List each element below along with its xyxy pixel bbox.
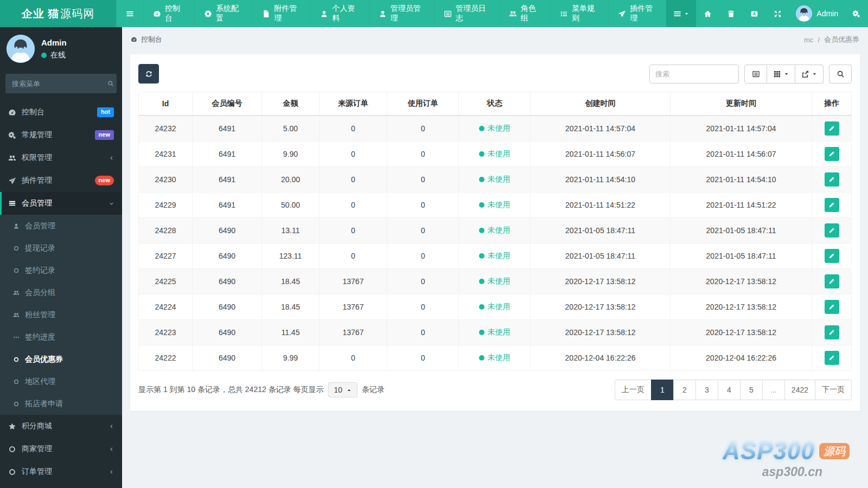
column-header-id[interactable]: Id xyxy=(139,92,193,116)
search-toggle-button[interactable] xyxy=(829,65,852,84)
table-footer: 显示第 1 到第 10 条记录，总共 24212 条记录 每页显示 10 条记录… xyxy=(138,380,852,400)
table-row[interactable]: 24223 6490 11.45 13767 0 未使用 2020-12-17 … xyxy=(139,320,852,345)
nav-item-admin-manage[interactable]: 管理员管理 xyxy=(369,0,434,27)
table-row[interactable]: 24228 6490 13.11 0 0 未使用 2021-01-05 18:4… xyxy=(139,218,852,243)
table-row[interactable]: 24222 6490 9.99 0 0 未使用 2020-12-04 16:22… xyxy=(139,345,852,371)
edit-button[interactable] xyxy=(825,147,839,161)
sidebar-item-label: 订单管理 xyxy=(22,467,104,477)
sidebar-item-auth[interactable]: 权限管理 xyxy=(0,146,122,169)
edit-button[interactable] xyxy=(825,300,839,314)
edit-button[interactable] xyxy=(825,249,839,263)
sidebar-item-merchant-manage[interactable]: 商家管理 xyxy=(0,438,122,460)
submenu-item-member-manage[interactable]: 会员管理 xyxy=(0,215,122,237)
table-row[interactable]: 24227 6490 123.11 0 0 未使用 2021-01-05 18:… xyxy=(139,243,852,269)
submenu-item-fans-manage[interactable]: 粉丝管理 xyxy=(0,304,122,326)
edit-button[interactable] xyxy=(825,172,839,187)
table-row[interactable]: 24225 6490 18.45 13767 0 未使用 2020-12-17 … xyxy=(139,269,852,294)
refresh-button[interactable] xyxy=(138,64,159,84)
page-size-select[interactable]: 10 xyxy=(328,382,358,397)
column-header-created[interactable]: 创建时间 xyxy=(531,92,671,116)
detail-view-button[interactable] xyxy=(744,65,767,84)
edit-button[interactable] xyxy=(825,351,839,365)
search-icon[interactable] xyxy=(107,80,114,87)
page-next-button[interactable]: 下一页 xyxy=(815,380,852,400)
sidebar-toggle-button[interactable] xyxy=(116,0,143,27)
export-button[interactable] xyxy=(795,65,824,84)
nav-menu-dropdown[interactable] xyxy=(666,0,696,27)
cell-member-no: 6491 xyxy=(193,142,262,167)
clear-cache-button[interactable] xyxy=(719,0,743,27)
nav-item-admin-log[interactable]: 管理员日志 xyxy=(434,0,499,27)
nav-item-system-config[interactable]: 系统配置 xyxy=(194,0,252,27)
ellipsis-icon xyxy=(13,334,20,341)
table-row[interactable]: 24231 6491 9.90 0 0 未使用 2021-01-11 14:56… xyxy=(139,142,852,167)
nav-item-role-group[interactable]: 角色组 xyxy=(499,0,550,27)
cell-source-order: 13767 xyxy=(319,294,387,320)
column-header-updated[interactable]: 更新时间 xyxy=(670,92,812,116)
pencil-icon xyxy=(828,329,835,336)
status-dot xyxy=(479,304,484,310)
page-button-3[interactable]: 3 xyxy=(695,380,718,400)
breadcrumb-home[interactable]: 控制台 xyxy=(141,35,162,44)
nav-item-menu-rules[interactable]: 菜单规则 xyxy=(550,0,608,27)
nav-item-profile[interactable]: 个人资料 xyxy=(310,0,368,27)
nav-item-plugin-manage[interactable]: 插件管理 xyxy=(608,0,666,27)
fullscreen-button[interactable] xyxy=(766,0,789,27)
table-row[interactable]: 24230 6491 20.00 0 0 未使用 2021-01-11 14:5… xyxy=(139,167,852,192)
sidebar-search-box xyxy=(5,74,117,93)
chevron-down-icon xyxy=(109,201,114,206)
cell-source-order: 0 xyxy=(319,142,387,167)
sidebar-item-points-mall[interactable]: 积分商城 xyxy=(0,415,122,438)
page-prev-button[interactable]: 上一页 xyxy=(615,380,652,400)
submenu-item-withdraw-log[interactable]: 提现记录 xyxy=(0,237,122,259)
submenu-item-area-agent[interactable]: 地区代理 xyxy=(0,370,122,393)
submenu-item-member-coupon[interactable]: 会员优惠券 xyxy=(0,348,122,370)
nav-item-attachments[interactable]: 附件管理 xyxy=(252,0,310,27)
cell-id: 24225 xyxy=(139,269,193,294)
refresh-icon xyxy=(145,70,153,78)
submenu-item-sign-log[interactable]: 签约记录 xyxy=(0,259,122,281)
sidebar-item-members[interactable]: 会员管理 xyxy=(0,192,122,215)
nav-item-dashboard[interactable]: 控制台 xyxy=(143,0,194,27)
page-button-5[interactable]: 5 xyxy=(740,380,763,400)
submenu-item-member-group[interactable]: 会员分组 xyxy=(0,281,122,304)
breadcrumb-parent[interactable]: mc xyxy=(804,36,813,44)
sidebar-item-order-manage[interactable]: 订单管理 xyxy=(0,460,122,483)
page-ellipsis: ... xyxy=(762,380,785,400)
sidebar-item-general[interactable]: 常规管理 new xyxy=(0,124,122,146)
language-button[interactable] xyxy=(743,0,766,27)
edit-button[interactable] xyxy=(825,325,839,339)
sidebar-search-input[interactable] xyxy=(12,80,107,88)
column-header-status[interactable]: 状态 xyxy=(459,92,531,116)
column-header-member-no[interactable]: 会员编号 xyxy=(193,92,262,116)
column-header-use-order[interactable]: 使用订单 xyxy=(387,92,459,116)
cell-use-order: 0 xyxy=(387,142,459,167)
submenu-item-sign-progress[interactable]: 签约进度 xyxy=(0,326,122,348)
columns-button[interactable] xyxy=(767,65,795,84)
page-button-4[interactable]: 4 xyxy=(718,380,741,400)
submenu-item-shop-apply[interactable]: 拓店者申请 xyxy=(0,393,122,415)
page-button-1[interactable]: 1 xyxy=(651,380,674,400)
sidebar-item-dashboard[interactable]: 控制台 hot xyxy=(0,101,122,124)
sidebar-item-plugins[interactable]: 插件管理 new xyxy=(0,169,122,192)
table-search-input[interactable] xyxy=(649,65,739,84)
table-row[interactable]: 24224 6490 18.45 13767 0 未使用 2020-12-17 … xyxy=(139,294,852,320)
edit-button[interactable] xyxy=(825,274,839,288)
table-row[interactable]: 24232 6491 5.00 0 0 未使用 2021-01-11 14:57… xyxy=(139,115,852,142)
admin-account-menu[interactable]: Admin xyxy=(789,5,845,22)
home-button[interactable] xyxy=(696,0,719,27)
column-header-amount[interactable]: 金额 xyxy=(262,92,320,116)
edit-button[interactable] xyxy=(825,223,839,237)
sidebar-user-panel: Admin 在线 xyxy=(0,27,122,69)
edit-button[interactable] xyxy=(825,121,839,136)
column-header-source-order[interactable]: 来源订单 xyxy=(319,92,387,116)
new-badge: new xyxy=(95,176,114,185)
settings-button[interactable] xyxy=(845,0,868,27)
users-icon xyxy=(13,290,20,296)
edit-button[interactable] xyxy=(825,198,839,212)
cell-amount: 9.99 xyxy=(262,345,320,371)
table-row[interactable]: 24229 6491 50.00 0 0 未使用 2021-01-11 14:5… xyxy=(139,192,852,218)
page-button-2[interactable]: 2 xyxy=(673,380,696,400)
page-button-last[interactable]: 2422 xyxy=(784,380,815,400)
cell-use-order: 0 xyxy=(387,218,459,243)
